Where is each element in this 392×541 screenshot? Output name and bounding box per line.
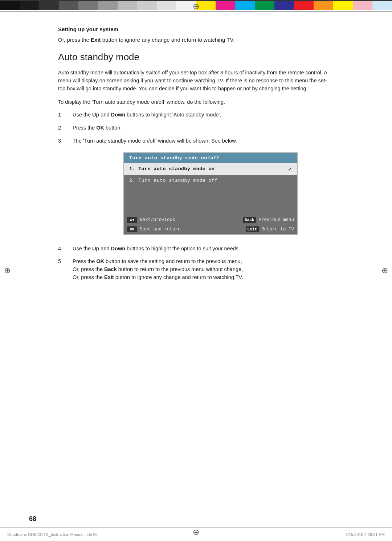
tv-menu-spacer bbox=[124, 186, 297, 215]
tv-btn-arrows: ▲▼ bbox=[127, 217, 137, 223]
color-seg-5 bbox=[78, 1, 98, 10]
intro-paragraph: Or, press the Exit button to ignore any … bbox=[58, 37, 334, 43]
step-1-bold-down: Down bbox=[111, 112, 125, 118]
color-seg-green bbox=[255, 1, 274, 10]
footer-left: Goodmans GDB20TTS_Instruction Manual.ind… bbox=[7, 532, 98, 537]
color-seg-3 bbox=[39, 1, 59, 10]
color-seg-2 bbox=[20, 1, 39, 10]
tv-btn-ok: OK bbox=[127, 226, 137, 232]
color-seg-1 bbox=[0, 1, 20, 10]
step-4-num: 4 bbox=[58, 245, 73, 253]
step-3: 3 The 'Turn auto standby mode on/off' wi… bbox=[58, 137, 334, 145]
step-5-bold-exit: Exit bbox=[104, 274, 114, 280]
color-seg-red bbox=[294, 1, 314, 10]
tv-menu-item-1-checkmark: ✓ bbox=[288, 165, 292, 173]
tv-menu-item-1[interactable]: 1. Turn auto standby mode on ✓ bbox=[124, 163, 297, 175]
tv-menu-item-1-label: 1. Turn auto standby mode on bbox=[129, 166, 215, 172]
tv-menu-footer-row-2: OK Save and return Exit Return to TV bbox=[124, 225, 297, 234]
color-seg-8 bbox=[137, 1, 157, 10]
footer-right: 6/15/2010 4:26:51 PM bbox=[346, 532, 385, 537]
section-heading: Setting up your system bbox=[58, 26, 334, 32]
tv-btn-back: Back bbox=[243, 217, 256, 223]
tv-menu-footer: ▲▼ Next/previous Back Previous menu OK S… bbox=[124, 215, 297, 234]
step-5-bold-back: Back bbox=[104, 266, 117, 272]
tv-menu-item-2[interactable]: 2. Turn auto standby mode off bbox=[124, 175, 297, 186]
tv-footer-return-label: Return to TV bbox=[261, 227, 294, 232]
step-5-num: 5 bbox=[58, 258, 73, 281]
color-seg-pink bbox=[353, 1, 372, 10]
step-4-text: Use the Up and Down buttons to highlight… bbox=[73, 245, 334, 253]
tv-footer-prev-menu-label: Previous menu bbox=[258, 217, 294, 222]
step-5-bold-ok: OK bbox=[96, 258, 104, 264]
step-3-text: The 'Turn auto standby mode on/off' wind… bbox=[73, 137, 334, 145]
step-5-text: Press the OK button to save the setting … bbox=[73, 258, 334, 281]
body-paragraph-1: Auto standby mode will automatically swi… bbox=[58, 69, 334, 93]
main-content: Setting up your system Or, press the Exi… bbox=[29, 12, 363, 311]
step-5: 5 Press the OK button to save the settin… bbox=[58, 258, 334, 281]
step-1: 1 Use the Up and Down buttons to highlig… bbox=[58, 111, 334, 119]
step-4-bold-down: Down bbox=[111, 246, 125, 251]
color-seg-6 bbox=[98, 1, 118, 10]
color-seg-7 bbox=[118, 1, 137, 10]
intro-text-suffix: button to ignore any change and return t… bbox=[101, 37, 235, 43]
tv-menu-title: Turn auto standby mode on/off bbox=[124, 153, 297, 163]
tv-menu-footer-row-1: ▲▼ Next/previous Back Previous menu bbox=[124, 215, 297, 225]
footer-bar: Goodmans GDB20TTS_Instruction Manual.ind… bbox=[0, 527, 392, 541]
tv-footer-next-prev-label: Next/previous bbox=[140, 217, 175, 222]
step-2-bold-ok: OK bbox=[96, 125, 104, 131]
step-1-bold-up: Up bbox=[92, 112, 99, 118]
color-seg-orange bbox=[314, 1, 333, 10]
crosshair-mid-left: ⊕ bbox=[3, 266, 12, 275]
step-1-text: Use the Up and Down buttons to highlight… bbox=[73, 111, 334, 119]
tv-footer-save-label: Save and return bbox=[140, 227, 181, 232]
tv-menu-wrapper: Turn auto standby mode on/off 1. Turn au… bbox=[87, 152, 334, 235]
step-2-num: 2 bbox=[58, 124, 73, 132]
tv-menu-item-2-label: 2. Turn auto standby mode off bbox=[129, 178, 218, 183]
color-seg-magenta bbox=[216, 1, 235, 10]
step-2-text: Press the OK button. bbox=[73, 124, 334, 132]
body-paragraph-2: To display the ‘Turn auto standby mode o… bbox=[58, 98, 334, 106]
step-3-num: 3 bbox=[58, 137, 73, 145]
color-seg-lightblue bbox=[372, 1, 392, 10]
chapter-title: Auto standby mode bbox=[58, 52, 334, 63]
step-2: 2 Press the OK button. bbox=[58, 124, 334, 132]
tv-menu: Turn auto standby mode on/off 1. Turn au… bbox=[123, 152, 298, 235]
tv-btn-exit: Exit bbox=[246, 226, 259, 232]
color-seg-blue bbox=[274, 1, 294, 10]
page-number: 68 bbox=[29, 515, 36, 523]
color-seg-yellow2 bbox=[333, 1, 353, 10]
step-1-num: 1 bbox=[58, 111, 73, 119]
color-seg-cyan bbox=[235, 1, 255, 10]
steps-list: 1 Use the Up and Down buttons to highlig… bbox=[58, 111, 334, 145]
color-seg-4 bbox=[59, 1, 78, 10]
crosshair-top-center: ⊕ bbox=[192, 2, 200, 11]
intro-text-prefix: Or, press the bbox=[58, 37, 91, 43]
steps-after-list: 4 Use the Up and Down buttons to highlig… bbox=[58, 245, 334, 282]
crosshair-mid-right: ⊕ bbox=[380, 266, 389, 275]
intro-bold-exit: Exit bbox=[91, 37, 101, 43]
color-seg-9 bbox=[157, 1, 176, 10]
step-4: 4 Use the Up and Down buttons to highlig… bbox=[58, 245, 334, 253]
step-4-bold-up: Up bbox=[92, 246, 99, 251]
